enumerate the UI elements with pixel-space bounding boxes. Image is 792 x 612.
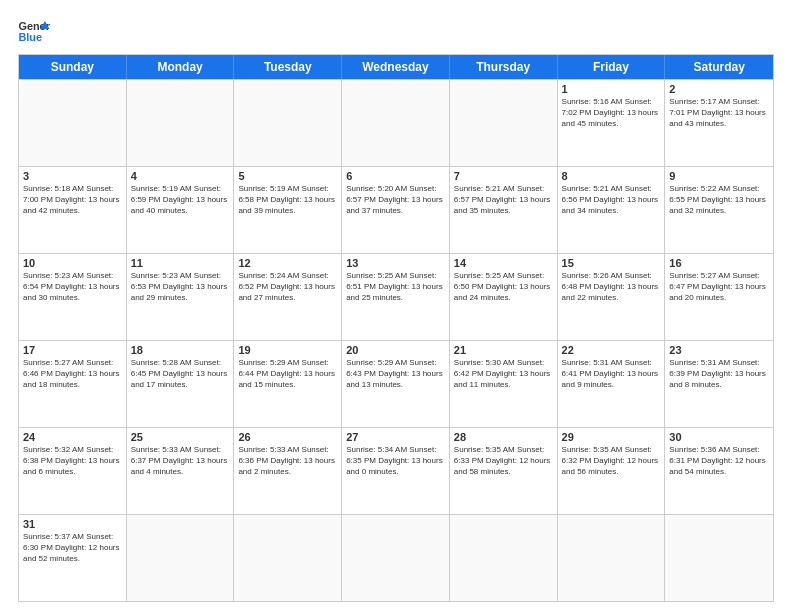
weekday-header-tuesday: Tuesday bbox=[234, 55, 342, 79]
calendar-row-4: 24Sunrise: 5:32 AM Sunset: 6:38 PM Dayli… bbox=[19, 427, 773, 514]
day-cell-empty-5-6 bbox=[665, 515, 773, 601]
day-number: 11 bbox=[131, 257, 230, 269]
day-cell-22: 22Sunrise: 5:31 AM Sunset: 6:41 PM Dayli… bbox=[558, 341, 666, 427]
day-number: 10 bbox=[23, 257, 122, 269]
day-info: Sunrise: 5:23 AM Sunset: 6:54 PM Dayligh… bbox=[23, 270, 122, 304]
day-number: 29 bbox=[562, 431, 661, 443]
day-info: Sunrise: 5:32 AM Sunset: 6:38 PM Dayligh… bbox=[23, 444, 122, 478]
weekday-header-sunday: Sunday bbox=[19, 55, 127, 79]
day-cell-29: 29Sunrise: 5:35 AM Sunset: 6:32 PM Dayli… bbox=[558, 428, 666, 514]
calendar-header: SundayMondayTuesdayWednesdayThursdayFrid… bbox=[19, 55, 773, 79]
day-cell-20: 20Sunrise: 5:29 AM Sunset: 6:43 PM Dayli… bbox=[342, 341, 450, 427]
day-cell-empty-5-1 bbox=[127, 515, 235, 601]
day-number: 19 bbox=[238, 344, 337, 356]
calendar-row-1: 3Sunrise: 5:18 AM Sunset: 7:00 PM Daylig… bbox=[19, 166, 773, 253]
header: General Blue bbox=[18, 18, 774, 46]
day-number: 12 bbox=[238, 257, 337, 269]
day-number: 30 bbox=[669, 431, 769, 443]
day-info: Sunrise: 5:28 AM Sunset: 6:45 PM Dayligh… bbox=[131, 357, 230, 391]
day-cell-13: 13Sunrise: 5:25 AM Sunset: 6:51 PM Dayli… bbox=[342, 254, 450, 340]
logo: General Blue bbox=[18, 18, 50, 46]
day-info: Sunrise: 5:30 AM Sunset: 6:42 PM Dayligh… bbox=[454, 357, 553, 391]
day-cell-empty-0-2 bbox=[234, 80, 342, 166]
day-number: 31 bbox=[23, 518, 122, 530]
day-info: Sunrise: 5:36 AM Sunset: 6:31 PM Dayligh… bbox=[669, 444, 769, 478]
day-cell-28: 28Sunrise: 5:35 AM Sunset: 6:33 PM Dayli… bbox=[450, 428, 558, 514]
day-number: 22 bbox=[562, 344, 661, 356]
day-number: 28 bbox=[454, 431, 553, 443]
weekday-header-friday: Friday bbox=[558, 55, 666, 79]
svg-text:Blue: Blue bbox=[18, 31, 42, 43]
day-cell-25: 25Sunrise: 5:33 AM Sunset: 6:37 PM Dayli… bbox=[127, 428, 235, 514]
day-info: Sunrise: 5:35 AM Sunset: 6:33 PM Dayligh… bbox=[454, 444, 553, 478]
day-info: Sunrise: 5:17 AM Sunset: 7:01 PM Dayligh… bbox=[669, 96, 769, 130]
day-cell-4: 4Sunrise: 5:19 AM Sunset: 6:59 PM Daylig… bbox=[127, 167, 235, 253]
day-info: Sunrise: 5:33 AM Sunset: 6:36 PM Dayligh… bbox=[238, 444, 337, 478]
calendar-body: 1Sunrise: 5:16 AM Sunset: 7:02 PM Daylig… bbox=[19, 79, 773, 601]
day-number: 5 bbox=[238, 170, 337, 182]
day-number: 4 bbox=[131, 170, 230, 182]
day-info: Sunrise: 5:19 AM Sunset: 6:59 PM Dayligh… bbox=[131, 183, 230, 217]
day-cell-16: 16Sunrise: 5:27 AM Sunset: 6:47 PM Dayli… bbox=[665, 254, 773, 340]
day-cell-10: 10Sunrise: 5:23 AM Sunset: 6:54 PM Dayli… bbox=[19, 254, 127, 340]
weekday-header-thursday: Thursday bbox=[450, 55, 558, 79]
day-info: Sunrise: 5:26 AM Sunset: 6:48 PM Dayligh… bbox=[562, 270, 661, 304]
day-cell-5: 5Sunrise: 5:19 AM Sunset: 6:58 PM Daylig… bbox=[234, 167, 342, 253]
day-info: Sunrise: 5:31 AM Sunset: 6:39 PM Dayligh… bbox=[669, 357, 769, 391]
day-cell-15: 15Sunrise: 5:26 AM Sunset: 6:48 PM Dayli… bbox=[558, 254, 666, 340]
day-number: 14 bbox=[454, 257, 553, 269]
day-number: 27 bbox=[346, 431, 445, 443]
day-info: Sunrise: 5:25 AM Sunset: 6:50 PM Dayligh… bbox=[454, 270, 553, 304]
day-number: 8 bbox=[562, 170, 661, 182]
weekday-header-wednesday: Wednesday bbox=[342, 55, 450, 79]
weekday-header-monday: Monday bbox=[127, 55, 235, 79]
day-info: Sunrise: 5:24 AM Sunset: 6:52 PM Dayligh… bbox=[238, 270, 337, 304]
day-info: Sunrise: 5:27 AM Sunset: 6:46 PM Dayligh… bbox=[23, 357, 122, 391]
day-number: 26 bbox=[238, 431, 337, 443]
weekday-header-saturday: Saturday bbox=[665, 55, 773, 79]
day-number: 2 bbox=[669, 83, 769, 95]
day-number: 1 bbox=[562, 83, 661, 95]
day-cell-empty-5-3 bbox=[342, 515, 450, 601]
day-info: Sunrise: 5:23 AM Sunset: 6:53 PM Dayligh… bbox=[131, 270, 230, 304]
day-info: Sunrise: 5:19 AM Sunset: 6:58 PM Dayligh… bbox=[238, 183, 337, 217]
calendar-row-5: 31Sunrise: 5:37 AM Sunset: 6:30 PM Dayli… bbox=[19, 514, 773, 601]
day-info: Sunrise: 5:16 AM Sunset: 7:02 PM Dayligh… bbox=[562, 96, 661, 130]
day-info: Sunrise: 5:31 AM Sunset: 6:41 PM Dayligh… bbox=[562, 357, 661, 391]
day-cell-17: 17Sunrise: 5:27 AM Sunset: 6:46 PM Dayli… bbox=[19, 341, 127, 427]
day-info: Sunrise: 5:37 AM Sunset: 6:30 PM Dayligh… bbox=[23, 531, 122, 565]
day-cell-empty-0-3 bbox=[342, 80, 450, 166]
day-info: Sunrise: 5:18 AM Sunset: 7:00 PM Dayligh… bbox=[23, 183, 122, 217]
day-number: 17 bbox=[23, 344, 122, 356]
day-cell-27: 27Sunrise: 5:34 AM Sunset: 6:35 PM Dayli… bbox=[342, 428, 450, 514]
day-cell-9: 9Sunrise: 5:22 AM Sunset: 6:55 PM Daylig… bbox=[665, 167, 773, 253]
day-cell-empty-5-4 bbox=[450, 515, 558, 601]
day-number: 20 bbox=[346, 344, 445, 356]
day-cell-31: 31Sunrise: 5:37 AM Sunset: 6:30 PM Dayli… bbox=[19, 515, 127, 601]
day-cell-12: 12Sunrise: 5:24 AM Sunset: 6:52 PM Dayli… bbox=[234, 254, 342, 340]
day-cell-21: 21Sunrise: 5:30 AM Sunset: 6:42 PM Dayli… bbox=[450, 341, 558, 427]
day-info: Sunrise: 5:21 AM Sunset: 6:57 PM Dayligh… bbox=[454, 183, 553, 217]
day-info: Sunrise: 5:35 AM Sunset: 6:32 PM Dayligh… bbox=[562, 444, 661, 478]
calendar-row-2: 10Sunrise: 5:23 AM Sunset: 6:54 PM Dayli… bbox=[19, 253, 773, 340]
day-number: 7 bbox=[454, 170, 553, 182]
day-number: 24 bbox=[23, 431, 122, 443]
day-info: Sunrise: 5:33 AM Sunset: 6:37 PM Dayligh… bbox=[131, 444, 230, 478]
day-number: 9 bbox=[669, 170, 769, 182]
day-cell-11: 11Sunrise: 5:23 AM Sunset: 6:53 PM Dayli… bbox=[127, 254, 235, 340]
day-cell-empty-5-2 bbox=[234, 515, 342, 601]
day-number: 13 bbox=[346, 257, 445, 269]
day-number: 16 bbox=[669, 257, 769, 269]
day-number: 21 bbox=[454, 344, 553, 356]
day-info: Sunrise: 5:29 AM Sunset: 6:44 PM Dayligh… bbox=[238, 357, 337, 391]
day-cell-14: 14Sunrise: 5:25 AM Sunset: 6:50 PM Dayli… bbox=[450, 254, 558, 340]
day-cell-empty-0-0 bbox=[19, 80, 127, 166]
day-cell-6: 6Sunrise: 5:20 AM Sunset: 6:57 PM Daylig… bbox=[342, 167, 450, 253]
day-number: 18 bbox=[131, 344, 230, 356]
calendar: SundayMondayTuesdayWednesdayThursdayFrid… bbox=[18, 54, 774, 602]
day-cell-1: 1Sunrise: 5:16 AM Sunset: 7:02 PM Daylig… bbox=[558, 80, 666, 166]
day-info: Sunrise: 5:27 AM Sunset: 6:47 PM Dayligh… bbox=[669, 270, 769, 304]
calendar-row-0: 1Sunrise: 5:16 AM Sunset: 7:02 PM Daylig… bbox=[19, 79, 773, 166]
day-cell-24: 24Sunrise: 5:32 AM Sunset: 6:38 PM Dayli… bbox=[19, 428, 127, 514]
day-cell-19: 19Sunrise: 5:29 AM Sunset: 6:44 PM Dayli… bbox=[234, 341, 342, 427]
